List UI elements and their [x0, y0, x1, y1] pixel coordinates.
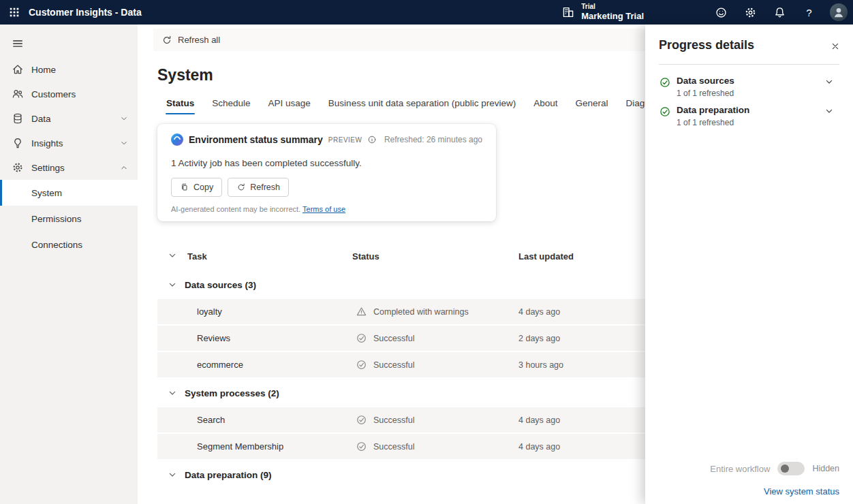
account-button[interactable]	[824, 0, 853, 25]
help-button[interactable]: ?	[794, 0, 824, 25]
chevron-down-icon[interactable]	[823, 76, 835, 88]
sidebar-item-label: Insights	[31, 138, 119, 148]
sidebar-item-connections[interactable]: Connections	[0, 232, 138, 257]
terms-of-use-link[interactable]: Terms of use	[303, 205, 345, 213]
sidebar-item-customers[interactable]: Customers	[0, 82, 138, 106]
gear-icon	[744, 6, 757, 19]
table-header: Task Status Last updated	[157, 242, 645, 270]
refresh-button[interactable]: Refresh	[228, 178, 289, 197]
app-launcher-button[interactable]	[0, 0, 29, 25]
toggle-knob	[781, 464, 789, 473]
environment-status-summary-card: Environment status summary PREVIEW Refre…	[157, 124, 496, 221]
panel-title: Progress details	[659, 38, 754, 52]
refresh-all-button[interactable]: Refresh all	[161, 35, 220, 46]
task-cell: ecommerce	[197, 360, 352, 370]
task-cell: Segment Membership	[197, 441, 352, 452]
column-header-status: Status	[352, 251, 518, 262]
sidebar-item-label: Customers	[31, 89, 129, 99]
refresh-button-label: Refresh	[250, 183, 280, 192]
tab-about[interactable]: About	[525, 91, 566, 116]
sidebar-item-insights[interactable]: Insights	[0, 131, 138, 155]
table-row[interactable]: Search Successful 4 days ago	[157, 407, 645, 432]
status-cell: Successful	[352, 332, 518, 344]
status-cell: Successful	[352, 414, 518, 426]
environment-picker[interactable]: Trial Marketing Trial	[561, 3, 644, 22]
check-circle-icon	[356, 441, 367, 452]
summary-card-body: 1 Activity job has been completed succes…	[171, 158, 482, 168]
sidebar-item-settings[interactable]: Settings	[0, 155, 138, 180]
hidden-toggle[interactable]	[777, 462, 805, 475]
table-row[interactable]: Segment Membership Successful 4 days ago	[157, 434, 645, 459]
panel-footer: Entire workflow Hidden View system statu…	[645, 462, 853, 504]
last-updated-cell: 4 days ago	[518, 442, 645, 452]
table-row[interactable]: Reviews Successful 2 days ago	[157, 326, 645, 351]
sidebar-item-label: Settings	[31, 163, 119, 173]
tab-general[interactable]: General	[567, 91, 617, 116]
sidebar-collapse-button[interactable]	[7, 33, 29, 54]
last-updated-cell: 3 hours ago	[518, 360, 645, 370]
check-circle-icon	[356, 414, 367, 426]
sidebar-item-home[interactable]: Home	[0, 57, 138, 82]
status-cell: Successful	[352, 359, 518, 371]
summary-card-title: Environment status summary	[189, 134, 323, 145]
view-system-status-link[interactable]: View system status	[764, 486, 839, 497]
gear-icon	[11, 161, 25, 174]
collapse-all-chevron-icon[interactable]	[167, 250, 178, 261]
task-table: Task Status Last updated Data sources (3…	[157, 242, 645, 489]
smiley-icon	[715, 6, 728, 19]
chevron-down-icon	[119, 138, 129, 148]
chevron-down-icon	[119, 113, 129, 124]
progress-item-detail: 1 of 1 refreshed	[677, 118, 823, 127]
group-row-system-processes[interactable]: System processes (2)	[157, 379, 645, 407]
group-row-data-sources[interactable]: Data sources (3)	[157, 270, 645, 299]
tab-bar: Status Schedule API usage Business unit …	[157, 91, 645, 116]
task-cell: loyalty	[197, 306, 352, 317]
chevron-down-icon	[167, 469, 178, 480]
check-circle-icon	[356, 359, 367, 371]
copy-button[interactable]: Copy	[171, 178, 222, 197]
progress-item-data-sources[interactable]: Data sources 1 of 1 refreshed	[659, 76, 839, 98]
check-circle-icon	[659, 76, 671, 89]
hidden-label: Hidden	[812, 464, 839, 473]
tab-business-unit-data-separation[interactable]: Business unit data separation (public pr…	[320, 91, 525, 116]
app-title: Customer Insights - Data	[29, 7, 142, 18]
close-panel-button[interactable]	[827, 38, 843, 54]
table-row[interactable]: loyalty Completed with warnings 4 days a…	[157, 299, 645, 324]
bell-icon	[773, 6, 786, 19]
tab-diagnostic[interactable]: Diagnostic	[617, 91, 645, 116]
close-icon	[830, 41, 841, 52]
group-label: System processes (2)	[185, 388, 279, 398]
sidebar-child-label: System	[31, 188, 62, 198]
status-cell: Successful	[352, 441, 518, 452]
tab-schedule[interactable]: Schedule	[203, 91, 259, 116]
chevron-down-icon	[167, 279, 178, 290]
settings-button[interactable]	[736, 0, 765, 25]
status-cell: Completed with warnings	[352, 306, 518, 317]
sidebar-item-data[interactable]: Data	[0, 106, 138, 131]
progress-item-data-preparation[interactable]: Data preparation 1 of 1 refreshed	[659, 105, 839, 127]
refresh-icon	[161, 35, 172, 46]
group-row-data-preparation[interactable]: Data preparation (9)	[157, 460, 645, 489]
notifications-button[interactable]	[765, 0, 794, 25]
command-bar: Refresh all	[153, 29, 645, 51]
task-cell: Reviews	[197, 333, 352, 343]
tab-status[interactable]: Status	[157, 91, 203, 116]
refresh-all-label: Refresh all	[178, 35, 220, 45]
main-content: Refresh all System Status Schedule API u…	[138, 25, 645, 504]
sidebar-item-permissions[interactable]: Permissions	[0, 206, 138, 232]
sidebar-item-label: Data	[31, 114, 119, 124]
last-updated-cell: 2 days ago	[518, 334, 645, 343]
copy-button-label: Copy	[193, 183, 213, 192]
check-circle-icon	[356, 332, 367, 344]
chevron-down-icon	[167, 388, 178, 398]
tab-api-usage[interactable]: API usage	[260, 91, 320, 116]
progress-item-label: Data preparation	[677, 105, 823, 115]
chevron-up-icon	[119, 162, 129, 173]
info-icon[interactable]	[367, 135, 377, 144]
group-label: Data preparation (9)	[185, 470, 272, 480]
feedback-button[interactable]	[707, 0, 736, 25]
environment-icon	[561, 5, 575, 19]
chevron-down-icon[interactable]	[823, 105, 835, 117]
table-row[interactable]: ecommerce Successful 3 hours ago	[157, 352, 645, 377]
sidebar-item-system[interactable]: System	[0, 180, 138, 206]
